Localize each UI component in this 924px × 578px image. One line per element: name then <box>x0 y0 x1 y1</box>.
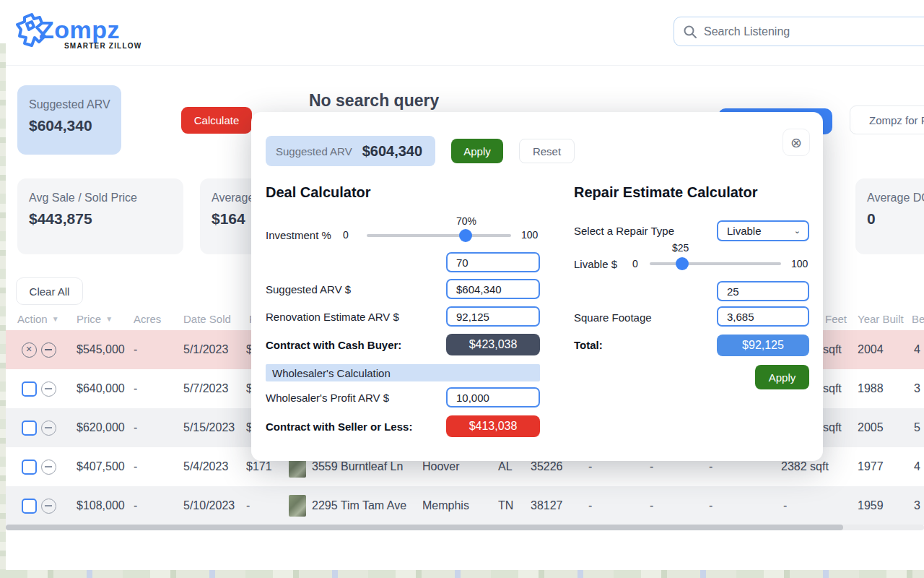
investment-slider-thumb[interactable] <box>459 229 472 242</box>
acres-cell: - <box>134 486 137 525</box>
livable-slider-value: $25 <box>672 242 689 254</box>
price-cell: $407,500 <box>77 447 125 486</box>
investment-input[interactable] <box>446 252 540 272</box>
sqft-cell: sqft <box>823 369 842 408</box>
date-sold-cell: 5/4/2023 <box>183 447 228 486</box>
chip-value: $604,340 <box>362 143 422 160</box>
seller-value: $413,038 <box>446 415 540 437</box>
column-header-action[interactable]: Action▼ <box>17 307 59 330</box>
zompz-for-rent-button[interactable]: Zompz for Rent <box>850 105 924 134</box>
investment-slider[interactable] <box>367 234 511 237</box>
map-background-left <box>0 43 6 578</box>
column-header-beds[interactable]: Be <box>912 307 924 330</box>
square-footage-label: Square Footage <box>574 311 652 324</box>
row-checkbox[interactable] <box>22 447 37 486</box>
column-header-price[interactable]: Price▼ <box>77 307 113 330</box>
search-input[interactable] <box>704 25 906 38</box>
cash-buyer-value: $423,038 <box>446 334 540 355</box>
acres-cell: - <box>134 369 137 408</box>
total-value: $92,125 <box>717 335 809 356</box>
minus-icon[interactable] <box>41 369 56 408</box>
column-header-year-built[interactable]: Year Built <box>858 307 904 330</box>
close-icon[interactable]: ⊗ <box>783 129 810 156</box>
clear-all-button[interactable]: Clear All <box>16 277 83 305</box>
price-per-sqft-cell: - <box>246 486 250 525</box>
year-built-cell: 1977 <box>858 447 884 486</box>
row-checkbox[interactable] <box>22 369 37 408</box>
price-cell: $640,000 <box>77 369 125 408</box>
repair-type-select[interactable]: Livable ⌄ <box>717 220 809 241</box>
wholesaler-profit-label: Wholesaler's Profit ARV $ <box>266 392 389 404</box>
renovation-input[interactable] <box>446 306 540 327</box>
column-header-acres[interactable]: Acres <box>134 307 161 330</box>
acres-cell: - <box>134 408 137 447</box>
acres-cell: - <box>134 330 137 369</box>
search-icon <box>683 25 697 39</box>
beds-cell: 5 <box>914 408 920 447</box>
column-header-date-sold[interactable]: Date Sold <box>183 307 231 330</box>
square-footage-input[interactable] <box>717 306 809 327</box>
sqft-cell: sqft <box>823 408 842 447</box>
beds-cell: 3 <box>914 486 920 525</box>
average-doz-label: Average DOZ <box>867 191 924 204</box>
column-header-square-feet[interactable]: Feet <box>825 307 847 330</box>
year-built-cell: 2004 <box>858 330 884 369</box>
city-cell: Memphis <box>422 486 469 525</box>
brand-name: Zompz <box>39 16 120 44</box>
livable-input[interactable] <box>717 281 809 301</box>
header-divider <box>6 65 924 66</box>
calculate-button[interactable]: Calculate <box>181 107 252 134</box>
row-checkbox[interactable] <box>22 408 37 447</box>
property-thumbnail[interactable] <box>289 486 306 525</box>
renovation-label: Renovation Estimate ARV $ <box>266 311 399 323</box>
horizontal-scrollbar[interactable] <box>6 525 924 530</box>
suggested-arv-input[interactable] <box>446 279 540 299</box>
beds-cell: 4 <box>914 330 920 369</box>
scrollbar-thumb[interactable] <box>6 525 843 530</box>
chevron-down-icon: ⌄ <box>794 226 801 236</box>
minus-icon[interactable] <box>41 330 56 369</box>
average-doz-value: 0 <box>867 210 924 228</box>
minus-icon[interactable] <box>41 408 56 447</box>
remove-icon[interactable]: ✕ <box>22 330 37 369</box>
avg-sale-label: Avg Sale / Sold Price <box>29 191 172 204</box>
price-cell: $545,000 <box>77 330 125 369</box>
investment-slider-max: 100 <box>521 229 538 241</box>
modal-reset-button[interactable]: Reset <box>519 139 575 163</box>
minus-icon[interactable] <box>41 447 56 486</box>
caret-down-icon: ▼ <box>105 315 113 323</box>
minus-icon[interactable] <box>41 486 56 525</box>
deal-calculator-title: Deal Calculator <box>266 184 371 201</box>
acres-cell: - <box>134 447 137 486</box>
deal-calculator-modal: Suggested ARV $604,340 Apply Reset ⊗ Dea… <box>251 112 823 461</box>
year-built-cell: 2005 <box>858 408 884 447</box>
table-row: $108,000 - 5/10/2023 - 2295 Tim Tam Ave … <box>6 486 924 525</box>
total-label: Total: <box>574 339 603 351</box>
livable-slider-max: 100 <box>791 258 808 269</box>
avg-sale-value: $443,875 <box>29 210 172 228</box>
page-heading: No search query <box>309 91 439 111</box>
search-box <box>674 17 924 46</box>
livable-label: Livable $ <box>574 258 617 270</box>
state-cell: TN <box>498 486 513 525</box>
empty-cell: - <box>709 486 712 525</box>
year-built-cell: 1959 <box>858 486 884 525</box>
price-cell: $620,000 <box>77 408 125 447</box>
date-sold-cell: 5/15/2023 <box>183 408 235 447</box>
repair-type-label: Select a Repair Type <box>574 225 674 237</box>
investment-slider-min: 0 <box>343 229 349 241</box>
repair-apply-button[interactable]: Apply <box>755 365 809 389</box>
modal-apply-button[interactable]: Apply <box>451 139 503 163</box>
row-checkbox[interactable] <box>22 486 37 525</box>
beds-cell: 3 <box>914 369 920 408</box>
address-cell[interactable]: 2295 Tim Tam Ave <box>312 486 406 525</box>
livable-slider-thumb[interactable] <box>676 257 689 270</box>
seller-label: Contract with Seller or Less: <box>266 420 412 433</box>
empty-cell: - <box>783 486 787 525</box>
sqft-cell: sqft <box>823 330 842 369</box>
date-sold-cell: 5/7/2023 <box>183 369 228 408</box>
modal-suggested-arv-chip: Suggested ARV $604,340 <box>266 136 435 166</box>
wholesaler-profit-input[interactable] <box>446 387 540 407</box>
livable-slider[interactable] <box>650 262 781 265</box>
average-doz-card: Average DOZ 0 <box>855 178 924 254</box>
